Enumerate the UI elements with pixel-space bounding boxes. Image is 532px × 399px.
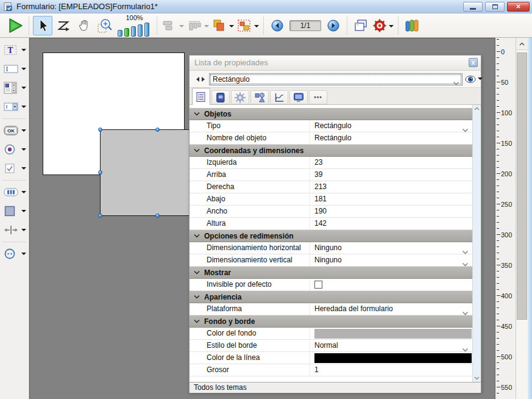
resize-handle-n[interactable]	[155, 128, 160, 132]
dropdown-arrow-icon[interactable]	[229, 25, 234, 30]
dropdown-arrow-icon[interactable]	[21, 49, 26, 54]
property-value-dimensionamiento-vertical[interactable]: Ninguno	[310, 254, 473, 266]
section-header-objetos[interactable]: Objetos	[190, 108, 473, 120]
checkbox-tool[interactable]	[0, 159, 29, 178]
checkbox-invisible-por-defecto[interactable]	[314, 281, 322, 289]
align-menu-button[interactable]	[161, 16, 185, 35]
scrollbar-up-button[interactable]	[516, 38, 528, 50]
distribute-menu-button[interactable]	[186, 16, 210, 35]
resize-handle-w[interactable]	[98, 170, 102, 174]
close-button[interactable]: ×	[507, 2, 530, 12]
dropdown-arrow-icon[interactable]	[21, 253, 26, 257]
tab-objects[interactable]	[250, 90, 269, 104]
color-swatch-color-del-fondo[interactable]	[314, 329, 472, 339]
dropdown-arrow-icon[interactable]	[254, 25, 259, 30]
property-value-grosor[interactable]: 1	[310, 364, 473, 376]
segmented-button-tool[interactable]	[0, 183, 29, 201]
section-header-apariencia[interactable]: Apariencia	[190, 291, 473, 303]
actions-menu-button[interactable]	[372, 16, 394, 35]
property-value-color-de-la-linea[interactable]	[310, 352, 473, 364]
visibility-menu-button[interactable]	[465, 76, 483, 83]
text-tool[interactable]: T	[0, 41, 29, 59]
dropdown-arrow-icon[interactable]	[21, 229, 26, 234]
property-value-plataforma[interactable]: Heredada del formulario	[310, 303, 473, 315]
chevron-down-icon[interactable]	[453, 77, 459, 88]
object-prev-next-arrows[interactable]	[194, 76, 207, 82]
database-icon: 4D	[215, 92, 227, 104]
dropdown-arrow-icon[interactable]	[179, 25, 184, 30]
dropdown-arrow-icon[interactable]	[21, 167, 26, 172]
input-field-tool[interactable]	[0, 60, 29, 78]
level-menu-button[interactable]	[211, 16, 235, 35]
pan-tool-button[interactable]	[74, 16, 94, 35]
library-button[interactable]	[402, 16, 422, 35]
display-pages-button[interactable]	[351, 16, 371, 35]
tab-database[interactable]: 4D	[211, 90, 230, 104]
scrollbar-thumb[interactable]	[517, 52, 527, 320]
color-swatch-color-de-la-linea[interactable]	[314, 353, 472, 363]
rectangle-tool[interactable]	[0, 202, 29, 220]
entry-order-tool-button[interactable]	[54, 16, 73, 35]
property-value-dimensionamiento-horizontal[interactable]: Ninguno	[310, 242, 473, 254]
combobox-tool[interactable]	[0, 98, 29, 116]
section-header-mostrar[interactable]: Mostrar	[190, 267, 473, 279]
dropdown-arrow-icon[interactable]	[21, 148, 26, 153]
dropdown-arrow-icon[interactable]	[21, 210, 26, 215]
tab-more[interactable]: •••	[309, 90, 327, 104]
property-value-color-del-fondo[interactable]	[310, 328, 473, 339]
next-page-button[interactable]	[324, 16, 343, 35]
scroll-down-icon[interactable]	[473, 376, 480, 380]
maximize-button[interactable]	[485, 2, 505, 12]
section-header-coordenadas-y-dimensiones[interactable]: Coordenadas y dimensiones	[190, 145, 473, 157]
select-tool-button[interactable]	[33, 16, 52, 35]
group-icon	[236, 18, 252, 33]
zoom-tool-button[interactable]	[95, 16, 115, 35]
property-value-estilo-del-borde[interactable]: Normal	[310, 340, 473, 351]
dropdown-arrow-icon[interactable]	[21, 87, 26, 92]
object-selector-combobox[interactable]: Rectángulo	[209, 73, 463, 85]
chevron-down-icon[interactable]	[462, 259, 469, 270]
resize-handle-nw[interactable]	[98, 128, 102, 132]
property-value-altura[interactable]: 142	[310, 218, 473, 229]
run-form-button[interactable]	[5, 16, 25, 35]
tab-property-list[interactable]	[192, 88, 210, 105]
tab-events[interactable]	[270, 90, 288, 104]
listbox-tool[interactable]	[0, 79, 29, 97]
themes-filter-label[interactable]: Todos los temas	[194, 383, 247, 392]
property-value-arriba[interactable]: 39	[310, 169, 473, 181]
vertical-scrollbar[interactable]	[516, 38, 528, 399]
property-value-abajo[interactable]: 181	[310, 193, 473, 205]
dropdown-arrow-icon[interactable]	[21, 106, 26, 110]
previous-page-button[interactable]	[268, 16, 287, 35]
zoom-level-widget[interactable]: 100%	[118, 15, 151, 37]
tab-actions[interactable]	[231, 90, 249, 104]
property-value-tipo[interactable]: Rectángulo	[310, 120, 473, 132]
dropdown-arrow-icon[interactable]	[21, 129, 26, 134]
property-value-izquierda[interactable]: 23	[310, 157, 473, 168]
section-header-fondo-y-borde[interactable]: Fondo y borde	[190, 315, 473, 328]
oval-tool[interactable]	[0, 245, 29, 263]
radio-button-tool[interactable]	[0, 140, 29, 159]
property-value-nombre-del-objeto[interactable]: Rectángulo	[310, 132, 473, 144]
dropdown-arrow-icon[interactable]	[389, 25, 394, 30]
chevron-down-icon[interactable]	[462, 307, 469, 319]
splitter-tool[interactable]	[0, 221, 29, 239]
dropdown-arrow-icon[interactable]	[21, 68, 26, 73]
dropdown-arrow-icon[interactable]	[21, 191, 26, 196]
dropdown-arrow-icon[interactable]	[204, 25, 209, 30]
resize-handle-sw[interactable]	[98, 214, 102, 218]
form-design-surface[interactable]	[43, 52, 185, 175]
section-header-opciones-de-redimension[interactable]: Opciones de redimensión	[190, 230, 473, 242]
group-menu-button[interactable]	[236, 16, 260, 35]
resize-handle-s[interactable]	[155, 214, 160, 218]
minimize-button[interactable]	[463, 2, 483, 12]
page-indicator-field[interactable]: 1/1	[289, 20, 321, 31]
button-tool[interactable]: OK	[0, 121, 29, 140]
property-value-derecha[interactable]: 213	[310, 181, 473, 193]
property-panel-close-button[interactable]: x	[469, 58, 478, 67]
tab-display[interactable]	[289, 90, 308, 104]
property-list-scrollbar[interactable]	[472, 105, 481, 382]
property-value-ancho[interactable]: 190	[310, 206, 473, 217]
property-value-invisible-por-defecto[interactable]	[310, 279, 473, 290]
scroll-up-icon[interactable]	[473, 107, 480, 110]
